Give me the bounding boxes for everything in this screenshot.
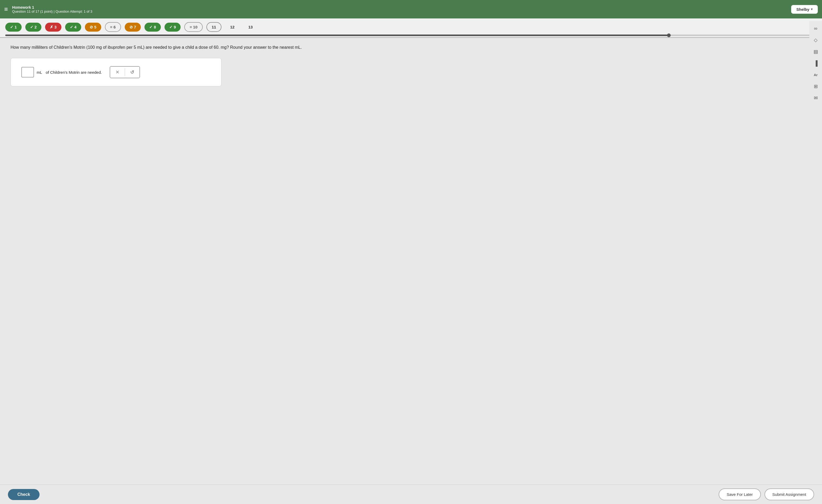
answer-box: mL of Children's Motrin are needed. ✕ ↺ [11,58,222,86]
progress-bar-container [5,35,817,36]
question-btn-8[interactable]: ✓ 8 [144,23,161,32]
question-btn-13[interactable]: 13 [243,23,258,31]
bottom-right-actions: Save For Later Submit Assignment [719,488,814,500]
question-btn-4[interactable]: ✓ 4 [65,23,81,32]
infinity-icon[interactable]: ∞ [811,24,820,33]
mail-icon[interactable]: ✉ [811,93,820,103]
grid-icon[interactable]: ⊞ [811,82,820,91]
question-btn-11[interactable]: 11 [207,22,222,32]
clear-button[interactable]: ✕ [110,67,125,78]
user-chevron-icon: ▾ [811,7,813,11]
progress-bar-fill [5,35,671,36]
question-btn-2[interactable]: ✓ 2 [25,23,42,32]
user-menu[interactable]: Shelby ▾ [791,5,818,14]
submit-button[interactable]: Submit Assignment [765,488,814,500]
question-btn-10[interactable]: = 10 [184,22,203,32]
question-btn-12[interactable]: 12 [225,23,240,31]
question-btn-7[interactable]: ⊘ 7 [125,23,141,32]
input-actions: ✕ ↺ [110,66,140,78]
check-button[interactable]: Check [8,489,40,500]
homework-title: Homework 1 [12,5,92,9]
save-later-button[interactable]: Save For Later [719,488,761,500]
chart-icon[interactable]: ▐ [811,58,820,68]
header-left: ≡ Homework 1 Question 11 of 17 (1 point)… [4,5,92,13]
hamburger-menu[interactable]: ≡ [4,6,8,13]
answer-unit: mL [37,70,43,75]
text-style-icon[interactable]: Ar [811,70,820,80]
progress-indicator [667,33,671,37]
question-btn-3[interactable]: ✗ 3 [45,23,61,32]
diamond-icon[interactable]: ◇ [811,35,820,45]
question-nav: ✓ 1 ✓ 2 ✗ 3 ✓ 4 ⊘ 5 = 6 ⊘ 7 ✓ 8 ✓ 9 = 10… [5,22,817,35]
answer-label: of Children's Motrin are needed. [46,70,102,75]
answer-input[interactable] [21,67,34,77]
undo-button[interactable]: ↺ [125,67,139,78]
document-icon[interactable]: ▤ [811,47,820,56]
header: ≡ Homework 1 Question 11 of 17 (1 point)… [0,0,822,18]
question-btn-1[interactable]: ✓ 1 [5,23,22,32]
right-sidebar: ∞ ◇ ▤ ▐ Ar ⊞ ✉ [809,21,822,105]
question-btn-5[interactable]: ⊘ 5 [85,23,101,32]
bottom-bar: Check Save For Later Submit Assignment [0,485,822,504]
question-text: How many milliliters of Children's Motri… [11,44,811,51]
header-title: Homework 1 Question 11 of 17 (1 point) |… [12,5,92,13]
question-btn-6[interactable]: = 6 [105,22,121,32]
main-content: How many milliliters of Children's Motri… [0,38,822,485]
user-name: Shelby [796,7,809,12]
question-subtitle: Question 11 of 17 (1 point) | Question A… [12,9,92,13]
question-btn-9[interactable]: ✓ 9 [164,23,181,32]
